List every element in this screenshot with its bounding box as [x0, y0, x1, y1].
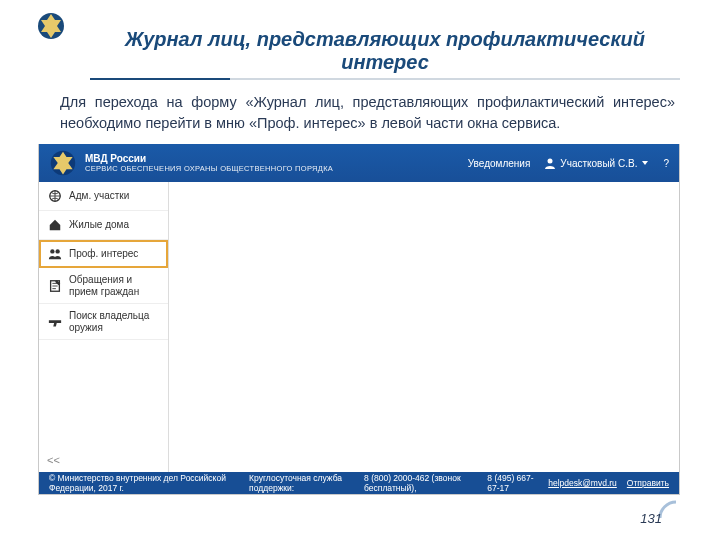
main-area: [169, 182, 679, 472]
sidebar-item-label: Поиск владельца оружия: [69, 310, 160, 333]
app-footer: © Министерство внутренних дел Российской…: [39, 472, 679, 494]
house-icon: [47, 217, 63, 233]
app-body: Адм. участки Жилые дома Проф. интерес Об…: [39, 182, 679, 472]
gun-icon: [47, 314, 63, 330]
sidebar-item-prof-interes[interactable]: Проф. интерес: [39, 240, 168, 268]
app-emblem-icon: [49, 149, 77, 177]
slide-body-text: Для перехода на форму «Журнал лиц, предс…: [60, 92, 675, 134]
collapse-label: <<: [47, 454, 60, 466]
footer-send-link[interactable]: Отправить: [627, 478, 669, 488]
footer-support-label: Круглосуточная служба поддержки:: [249, 473, 354, 493]
footer-phone2: 8 (495) 667-67-17: [487, 473, 538, 493]
slide-title: Журнал лиц, представляющих профилактичес…: [90, 28, 680, 74]
sidebar-item-adm-uchastki[interactable]: Адм. участки: [39, 182, 168, 211]
sidebar-item-label: Адм. участки: [69, 190, 129, 202]
sidebar-item-zhilye-doma[interactable]: Жилые дома: [39, 211, 168, 240]
chevron-down-icon: [641, 159, 649, 167]
app-title-block: МВД России СЕРВИС ОБЕСПЕЧЕНИЯ ОХРАНЫ ОБЩ…: [85, 153, 333, 173]
user-icon: [544, 157, 556, 169]
sidebar-item-label: Проф. интерес: [69, 248, 138, 260]
slide-title-underline: [90, 78, 680, 80]
help-button[interactable]: ?: [663, 158, 669, 169]
app-title-main: МВД России: [85, 153, 333, 164]
sidebar-item-poisk-vladeltsa[interactable]: Поиск владельца оружия: [39, 304, 168, 340]
sidebar-collapse-button[interactable]: <<: [39, 448, 168, 472]
app-topbar: МВД России СЕРВИС ОБЕСПЕЧЕНИЯ ОХРАНЫ ОБЩ…: [39, 144, 679, 182]
footer-phone1: 8 (800) 2000-462 (звонок бесплатный),: [364, 473, 477, 493]
globe-icon: [47, 188, 63, 204]
user-menu[interactable]: Участковый С.В.: [544, 157, 649, 169]
notifications-link[interactable]: Уведомления: [468, 158, 531, 169]
user-name: Участковый С.В.: [560, 158, 637, 169]
page-number: 131: [640, 511, 662, 526]
help-label: ?: [663, 158, 669, 169]
sidebar: Адм. участки Жилые дома Проф. интерес Об…: [39, 182, 169, 472]
app-screenshot: МВД России СЕРВИС ОБЕСПЕЧЕНИЯ ОХРАНЫ ОБЩ…: [38, 144, 680, 495]
svg-point-4: [50, 249, 54, 253]
notifications-label: Уведомления: [468, 158, 531, 169]
note-icon: [47, 278, 63, 294]
sidebar-item-label: Обращения и прием граждан: [69, 274, 160, 297]
people-icon: [47, 246, 63, 262]
footer-copyright: © Министерство внутренних дел Российской…: [49, 473, 239, 493]
app-title-sub: СЕРВИС ОБЕСПЕЧЕНИЯ ОХРАНЫ ОБЩЕСТВЕННОГО …: [85, 164, 333, 173]
svg-point-5: [55, 249, 59, 253]
sidebar-item-obrashcheniya[interactable]: Обращения и прием граждан: [39, 268, 168, 304]
sidebar-item-label: Жилые дома: [69, 219, 129, 231]
slide-emblem-icon: [35, 10, 67, 42]
svg-point-2: [548, 159, 553, 164]
footer-email-link[interactable]: helpdesk@mvd.ru: [548, 478, 617, 488]
